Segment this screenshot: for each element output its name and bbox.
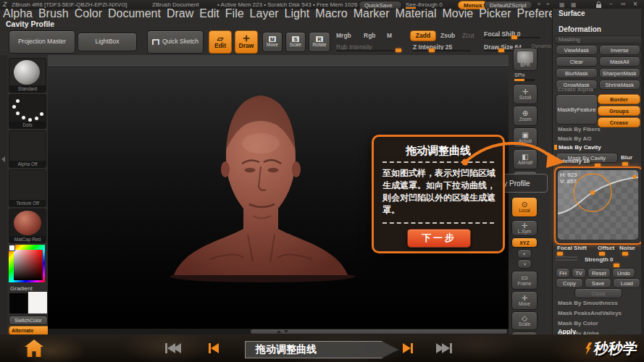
sym-x-icon-button[interactable]: ◐ <box>517 249 532 258</box>
collapse-arrow-icon[interactable] <box>1 156 5 162</box>
menu-item[interactable]: Movie <box>442 7 473 20</box>
projection-master-button[interactable]: Projection Master <box>9 30 75 54</box>
current-brush-thumbnail[interactable]: Standard <box>9 58 46 93</box>
menu-item[interactable]: Material <box>396 7 437 20</box>
mask-by-item[interactable]: Mask By Color <box>558 320 622 327</box>
menu-item[interactable]: Macro <box>315 7 347 20</box>
spix-slider[interactable]: SPix <box>514 72 524 77</box>
mask-by-fibers-button[interactable]: Mask By Fibers <box>558 126 601 132</box>
scroll-button[interactable]: ✛Scroll <box>513 84 538 104</box>
draw-size-handle[interactable] <box>498 49 504 52</box>
scale-button[interactable]: S Scale <box>285 32 306 52</box>
rotate-button[interactable]: R Rotate <box>309 32 330 52</box>
zsub-button[interactable]: Zsub <box>440 32 455 39</box>
frame-button[interactable]: ▭Frame <box>511 271 538 290</box>
cavity-intensity-slider[interactable]: Intensity 10 <box>558 158 590 164</box>
zadd-button[interactable]: Zadd <box>410 30 436 41</box>
curve-strength-slider[interactable]: Strength 0 <box>585 256 614 263</box>
curve-file-button[interactable]: Load <box>613 278 640 288</box>
scale3d-button[interactable]: ◇Scale <box>511 311 538 330</box>
current-alpha-thumbnail[interactable]: Alpha Off <box>9 130 46 168</box>
menu-item[interactable]: Color <box>75 7 102 20</box>
mask-by-cavity-header[interactable]: Mask By Cavity <box>559 144 601 151</box>
curve-tool-button[interactable]: FH <box>556 268 570 278</box>
bpr-button[interactable]: BPR <box>513 48 538 71</box>
next-chapter-button[interactable] <box>436 343 452 353</box>
canvas-h-scrollbar-handle[interactable] <box>251 329 507 334</box>
menu-item[interactable]: Light <box>285 7 310 20</box>
menu-item[interactable]: Document <box>108 7 161 20</box>
mask-by-item[interactable]: Mask By Smoothness <box>558 300 622 306</box>
mask-grid-button[interactable]: ShrinkMask <box>599 80 641 90</box>
zoom-button[interactable]: ⊕Zoom <box>513 106 538 126</box>
deformation-section[interactable]: Deformation <box>559 25 601 33</box>
restore-button[interactable]: ▭ <box>621 1 626 7</box>
masking-section-header[interactable]: Masking <box>554 35 643 44</box>
panel-scrollbar[interactable] <box>641 9 644 336</box>
curve-file-button[interactable]: Copy <box>556 278 583 288</box>
curve-file-button[interactable]: Save <box>585 278 612 288</box>
prev-step-button[interactable] <box>209 343 219 353</box>
edit-button[interactable]: ▱ Edit <box>209 30 232 54</box>
home-button[interactable] <box>25 340 43 357</box>
mask-grid-button[interactable]: ViewMask <box>556 45 598 55</box>
switch-color-button[interactable]: SwitchColor <box>9 316 48 325</box>
surface-section[interactable]: Surface <box>559 9 585 17</box>
prev-chapter-button[interactable] <box>165 343 181 353</box>
menu-item[interactable]: Draw <box>167 7 193 20</box>
curve-offset-slider[interactable]: Offset <box>598 245 614 251</box>
color-picker[interactable] <box>9 245 45 282</box>
mask-grid-button[interactable]: BlurMask <box>556 68 598 78</box>
scrollbar-arrow-up-icon[interactable] <box>277 330 281 333</box>
feature-toggle-button[interactable]: Border <box>598 94 640 104</box>
feature-toggle-button[interactable]: Groups <box>598 106 640 116</box>
cavity-blur-handle[interactable] <box>622 162 628 166</box>
m-button[interactable]: M <box>387 32 392 39</box>
mask-grid-button[interactable]: SharpenMask <box>599 68 641 78</box>
curve-area[interactable]: H: 923 V: 857 <box>558 170 638 240</box>
curve-offset-handle[interactable] <box>599 252 605 256</box>
menu-item[interactable]: File <box>225 7 244 20</box>
secondary-color-swatch[interactable] <box>28 291 48 314</box>
mask-grid-button[interactable]: Clear <box>556 56 598 67</box>
aahalf-button[interactable]: ◧AAHalf <box>513 149 538 169</box>
menu-item[interactable]: Picker <box>479 7 511 20</box>
current-stroke-thumbnail[interactable]: Dots <box>9 94 46 129</box>
menu-item[interactable]: Edit <box>199 7 219 20</box>
spix-handle[interactable] <box>514 79 524 81</box>
cavity-profile-curve-editor[interactable]: H: 923 V: 857 <box>554 167 643 245</box>
curve-focal-shift-handle[interactable] <box>557 252 563 256</box>
feature-toggle-button[interactable]: Crease <box>598 117 640 127</box>
current-material-thumbnail[interactable]: MatCap Red Wax <box>9 209 46 243</box>
rgb-intensity-handle[interactable] <box>396 49 401 52</box>
current-texture-thumbnail[interactable]: Texture Off <box>9 169 46 207</box>
actual-button[interactable]: ▣Actual <box>513 127 538 148</box>
menu-item[interactable]: Layer <box>250 7 279 20</box>
z-intensity-handle[interactable] <box>429 49 435 52</box>
next-step-button[interactable]: 下一步 <box>407 229 471 248</box>
move-button[interactable]: M Move <box>262 32 283 52</box>
curve-tool-button[interactable]: Reset <box>587 268 611 278</box>
move3d-button[interactable]: ✛Move <box>511 291 538 310</box>
scrollbar-arrow-down-icon[interactable] <box>284 330 288 333</box>
cavity-blur-slider[interactable]: Blur <box>621 154 632 161</box>
menu-item[interactable]: Brush <box>38 7 69 20</box>
mask-by-feature-button[interactable]: MaskByFeature <box>556 94 598 125</box>
curve-focal-shift-slider[interactable]: Focal Shift <box>557 245 587 251</box>
dock-right-icon[interactable]: » <box>546 1 549 7</box>
curve-noise-handle[interactable] <box>622 252 628 256</box>
create-alpha-button[interactable]: Create Alpha <box>558 86 593 93</box>
xyz-button[interactable]: XYZ <box>511 237 538 248</box>
rgb-button[interactable]: Rgb <box>364 32 376 39</box>
curve-noise-slider[interactable]: Noise <box>619 245 635 251</box>
local-button[interactable]: ⊙Local <box>511 197 538 217</box>
curve-close-button[interactable]: Close <box>574 288 622 298</box>
curve-strength-handle[interactable] <box>614 264 619 267</box>
lsym-button[interactable]: ✛L.Sym <box>511 220 538 236</box>
next-step-play-button[interactable] <box>403 343 413 353</box>
mask-by-ao-button[interactable]: Mask By AO <box>558 135 591 142</box>
mask-grid-button[interactable]: MaskAll <box>599 56 641 67</box>
curve-tool-button[interactable]: Undo <box>612 268 635 278</box>
minimize-button[interactable]: – <box>609 0 612 7</box>
main-color-swatch[interactable] <box>9 292 28 314</box>
